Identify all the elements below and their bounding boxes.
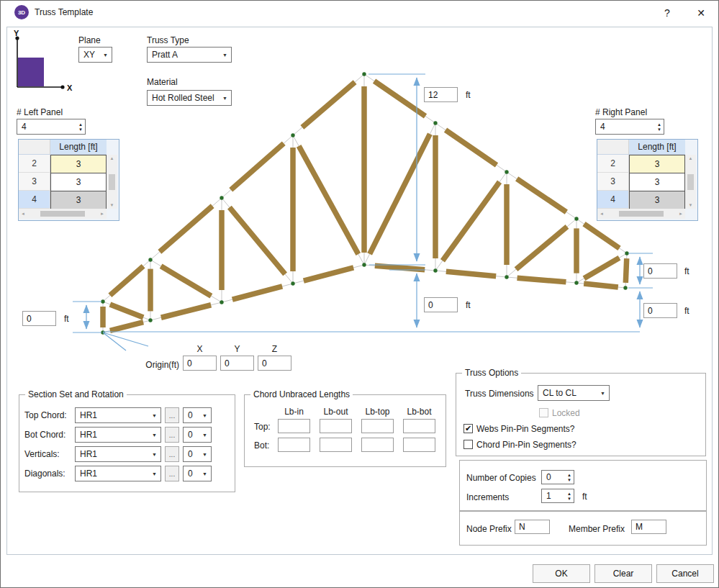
left-panel-length-table: Length [ft] 2 3 3 3 4 3 ▲ ▼ ◄ ► <box>18 139 119 221</box>
origin-z-input[interactable] <box>258 356 291 371</box>
unbraced-top-lb-in-input[interactable] <box>278 419 310 433</box>
left-panel-label: # Left Panel <box>17 107 63 117</box>
diagonals-label: Diagonals: <box>24 469 65 479</box>
lb-out-header: Lb-out <box>320 407 352 417</box>
lb-bot-header: Lb-bot <box>403 407 435 417</box>
scroll-left-icon[interactable]: ◄ <box>21 212 25 216</box>
scroll-left-icon[interactable]: ◄ <box>600 212 604 216</box>
diagonals-rotation-select[interactable]: 0▼ <box>183 466 212 481</box>
spinner-down-icon[interactable]: ▼ <box>567 497 571 501</box>
bot-chord-browse-button[interactable]: ... <box>165 427 179 443</box>
unbraced-top-lb-out-input[interactable] <box>320 419 352 433</box>
chevron-down-icon: ▼ <box>202 471 207 476</box>
top-chord-section-select[interactable]: HR1▼ <box>75 407 161 423</box>
scroll-up-icon[interactable]: ▲ <box>689 156 693 160</box>
member-prefix-input[interactable] <box>631 520 666 534</box>
verticals-rotation-select[interactable]: 0▼ <box>183 446 212 462</box>
scrollbar-thumb[interactable] <box>40 211 85 217</box>
bot-chord-rotation-select[interactable]: 0▼ <box>183 427 212 443</box>
truss-dimensions-select[interactable]: CL to CL▼ <box>538 385 610 401</box>
spinner-up-icon[interactable]: ▲ <box>567 492 571 496</box>
unbraced-bot-lb-top-input[interactable] <box>361 438 394 452</box>
horizontal-scrollbar[interactable]: ◄ ► <box>19 209 107 219</box>
ok-button[interactable]: OK <box>533 564 590 583</box>
unbraced-bot-lb-out-input[interactable] <box>320 438 352 452</box>
chevron-down-icon: ▼ <box>202 413 207 418</box>
truss-height-input[interactable] <box>424 87 458 102</box>
unbraced-bot-lb-in-input[interactable] <box>278 438 310 452</box>
chevron-down-icon: ▼ <box>152 413 157 418</box>
bot-chord-section-select[interactable]: HR1▼ <box>75 427 161 443</box>
clear-button[interactable]: Clear <box>594 564 652 583</box>
spinner-up-icon[interactable]: ▲ <box>78 122 83 127</box>
close-icon[interactable]: ✕ <box>690 4 712 22</box>
right-end-lower-input[interactable] <box>643 303 677 318</box>
unbraced-bot-lb-bot-input[interactable] <box>403 438 435 452</box>
unit-label: ft <box>582 492 587 502</box>
top-chord-browse-button[interactable]: ... <box>165 407 179 423</box>
webs-pin-pin-checkbox[interactable]: ✔ <box>463 424 473 433</box>
section-set-title: Section Set and Rotation <box>25 389 127 399</box>
table-cell[interactable]: 3 <box>629 173 685 191</box>
spinner-up-icon[interactable]: ▲ <box>567 473 571 477</box>
spinner-down-icon[interactable]: ▼ <box>657 127 661 132</box>
scroll-up-icon[interactable]: ▲ <box>110 156 114 160</box>
copies-spinner[interactable]: 0 ▲▼ <box>541 470 574 484</box>
mid-depth-input[interactable] <box>424 297 458 312</box>
vertical-scrollbar[interactable]: ▲ ▼ <box>685 155 696 209</box>
vertical-scrollbar[interactable]: ▲ ▼ <box>107 155 117 209</box>
spinner-down-icon[interactable]: ▼ <box>78 127 83 132</box>
title-bar: 3D Truss Template ? ✕ <box>1 1 718 24</box>
cancel-button[interactable]: Cancel <box>656 564 714 583</box>
unbraced-top-lb-bot-input[interactable] <box>403 419 435 433</box>
row-header[interactable]: 3 <box>597 173 629 191</box>
locked-checkbox <box>539 408 548 417</box>
length-column-header: Length [ft] <box>629 140 685 155</box>
right-panel-spinner[interactable]: 4 ▲▼ <box>595 119 664 135</box>
scrollbar-thumb[interactable] <box>619 211 664 217</box>
verticals-browse-button[interactable]: ... <box>165 446 179 462</box>
table-cell[interactable]: 3 <box>50 191 107 209</box>
chevron-down-icon: ▼ <box>152 471 157 476</box>
origin-y-input[interactable] <box>220 356 254 371</box>
spinner-down-icon[interactable]: ▼ <box>567 478 571 482</box>
scroll-down-icon[interactable]: ▼ <box>110 203 114 207</box>
horizontal-scrollbar[interactable]: ◄ ► <box>597 209 685 219</box>
diagonals-browse-button[interactable]: ... <box>165 466 179 481</box>
increments-spinner[interactable]: 1 ▲▼ <box>541 489 574 503</box>
chord-pin-pin-checkbox[interactable] <box>463 440 473 449</box>
row-header[interactable]: 4 <box>19 191 50 209</box>
locked-label: Locked <box>552 408 580 418</box>
scrollbar-thumb[interactable] <box>109 174 115 190</box>
row-header[interactable]: 2 <box>19 155 50 173</box>
chevron-down-icon: ▼ <box>222 53 227 58</box>
scroll-right-icon[interactable]: ► <box>100 212 104 216</box>
origin-x-input[interactable] <box>183 356 217 371</box>
scroll-down-icon[interactable]: ▼ <box>689 203 693 207</box>
truss-type-select[interactable]: Pratt A ▼ <box>147 47 232 63</box>
table-cell[interactable]: 3 <box>50 155 107 173</box>
right-end-upper-input[interactable] <box>643 263 677 279</box>
material-select[interactable]: Hot Rolled Steel ▼ <box>147 90 232 106</box>
verticals-section-select[interactable]: HR1▼ <box>75 446 161 462</box>
spinner-up-icon[interactable]: ▲ <box>657 122 661 127</box>
origin-y-label: Y <box>220 344 254 354</box>
left-end-depth-input[interactable] <box>22 311 56 326</box>
table-cell[interactable]: 3 <box>50 173 107 191</box>
left-panel-spinner[interactable]: 4 ▲▼ <box>17 119 86 135</box>
table-cell[interactable]: 3 <box>629 191 685 209</box>
row-header[interactable]: 2 <box>597 155 629 173</box>
chevron-down-icon: ▼ <box>202 452 207 457</box>
top-chord-rotation-select[interactable]: 0▼ <box>183 407 212 423</box>
diagonals-section-select[interactable]: HR1▼ <box>75 466 161 481</box>
unbraced-top-lb-top-input[interactable] <box>361 419 394 433</box>
scrollbar-thumb[interactable] <box>687 174 694 190</box>
plane-select[interactable]: XY ▼ <box>78 47 112 63</box>
help-icon[interactable]: ? <box>657 4 677 22</box>
table-cell[interactable]: 3 <box>629 155 685 173</box>
row-header[interactable]: 4 <box>597 191 629 209</box>
number-of-copies-label: Number of Copies <box>466 473 536 483</box>
node-prefix-input[interactable] <box>515 520 550 534</box>
row-header[interactable]: 3 <box>19 173 50 191</box>
scroll-right-icon[interactable]: ► <box>679 212 683 216</box>
